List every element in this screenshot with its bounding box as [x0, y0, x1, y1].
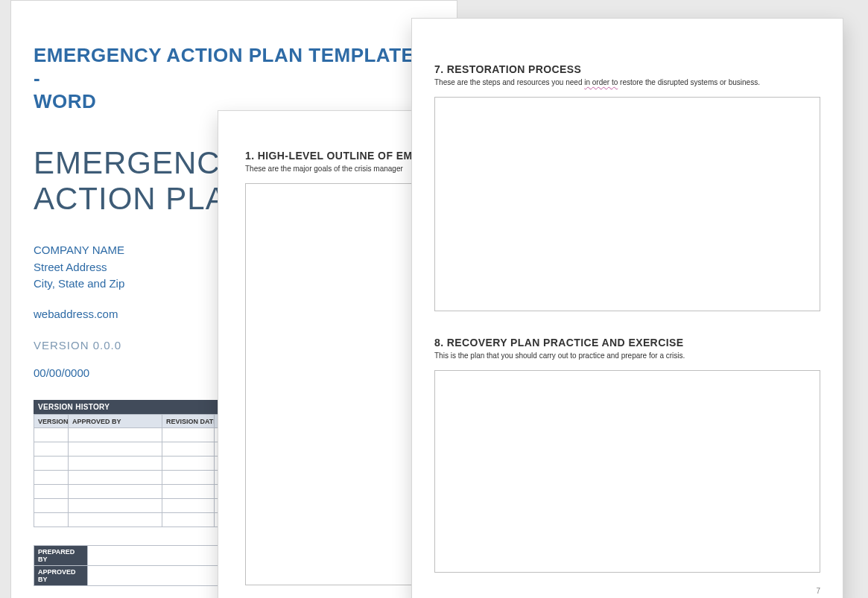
prepared-by-label: PREPARED BY [34, 546, 88, 566]
template-title-line1: EMERGENCY ACTION PLAN TEMPLATE - [34, 44, 414, 89]
col-version: VERSION [34, 415, 69, 428]
spellcheck-squiggle: in order to [584, 78, 618, 86]
section-7-desc-pre: These are the steps and resources you ne… [434, 78, 584, 86]
template-title-line2: WORD [34, 90, 96, 112]
section-8-content-box [434, 370, 820, 573]
page-3-restoration: 7. RESTORATION PROCESS These are the ste… [411, 18, 843, 598]
template-title: EMERGENCY ACTION PLAN TEMPLATE - WORD [34, 44, 427, 114]
page-number: 7 [816, 587, 820, 595]
document-heading-line1: EMERGENCY [34, 145, 242, 180]
section-8-title: 8. RECOVERY PLAN PRACTICE AND EXERCISE [434, 337, 820, 349]
section-8-desc: This is the plan that you should carry o… [434, 352, 820, 360]
section-7-content-box [434, 97, 820, 311]
section-7-desc: These are the steps and resources you ne… [434, 78, 820, 86]
approved-by-label: APPROVED BY [34, 566, 88, 586]
section-7-desc-post: restore the disrupted systems or busines… [618, 78, 760, 86]
col-approved-by: APPROVED BY [69, 415, 162, 428]
section-7-title: 7. RESTORATION PROCESS [434, 63, 820, 75]
col-revision-date: REVISION DATE [162, 415, 215, 428]
